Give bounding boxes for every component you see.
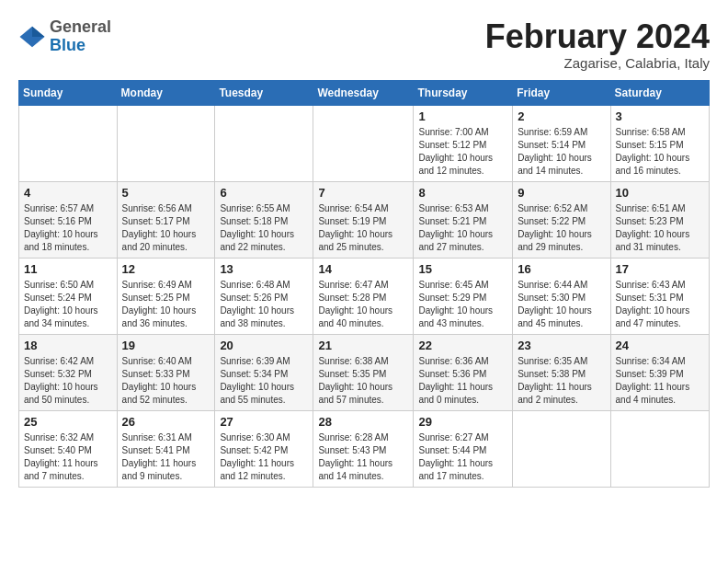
- day-number: 18: [24, 339, 112, 352]
- day-info: Sunrise: 6:48 AM Sunset: 5:26 PM Dayligh…: [220, 279, 308, 330]
- week-row-2: 4Sunrise: 6:57 AM Sunset: 5:16 PM Daylig…: [19, 181, 710, 258]
- calendar-cell: 16Sunrise: 6:44 AM Sunset: 5:30 PM Dayli…: [513, 258, 610, 334]
- calendar-cell: 25Sunrise: 6:32 AM Sunset: 5:40 PM Dayli…: [19, 410, 118, 487]
- calendar-header: Sunday Monday Tuesday Wednesday Thursday…: [19, 80, 710, 105]
- calendar-cell: 7Sunrise: 6:54 AM Sunset: 5:19 PM Daylig…: [313, 181, 414, 258]
- calendar-cell: 20Sunrise: 6:39 AM Sunset: 5:34 PM Dayli…: [215, 334, 313, 410]
- calendar-cell: 12Sunrise: 6:49 AM Sunset: 5:25 PM Dayli…: [117, 258, 215, 334]
- day-number: 28: [318, 415, 408, 429]
- day-info: Sunrise: 6:58 AM Sunset: 5:15 PM Dayligh…: [616, 126, 704, 178]
- day-info: Sunrise: 6:50 AM Sunset: 5:24 PM Dayligh…: [24, 279, 112, 330]
- calendar-cell: 19Sunrise: 6:40 AM Sunset: 5:33 PM Dayli…: [117, 334, 215, 410]
- calendar-cell: 2Sunrise: 6:59 AM Sunset: 5:14 PM Daylig…: [513, 105, 610, 181]
- calendar-cell: [610, 410, 709, 487]
- day-number: 27: [220, 415, 308, 429]
- week-row-5: 25Sunrise: 6:32 AM Sunset: 5:40 PM Dayli…: [19, 410, 710, 487]
- day-info: Sunrise: 6:55 AM Sunset: 5:18 PM Dayligh…: [220, 202, 308, 254]
- day-info: Sunrise: 6:31 AM Sunset: 5:41 PM Dayligh…: [122, 431, 210, 483]
- page-header: General Blue February 2024 Zagarise, Cal…: [18, 18, 710, 71]
- day-info: Sunrise: 6:28 AM Sunset: 5:43 PM Dayligh…: [318, 431, 408, 483]
- day-number: 20: [220, 339, 308, 352]
- calendar-cell: [215, 105, 313, 181]
- calendar-cell: 14Sunrise: 6:47 AM Sunset: 5:28 PM Dayli…: [313, 258, 414, 334]
- logo-icon: [18, 23, 46, 51]
- day-info: Sunrise: 6:57 AM Sunset: 5:16 PM Dayligh…: [24, 202, 112, 254]
- day-info: Sunrise: 6:30 AM Sunset: 5:42 PM Dayligh…: [220, 431, 308, 483]
- day-number: 16: [518, 262, 605, 276]
- calendar-cell: 11Sunrise: 6:50 AM Sunset: 5:24 PM Dayli…: [19, 258, 118, 334]
- header-row: Sunday Monday Tuesday Wednesday Thursday…: [19, 80, 710, 105]
- day-info: Sunrise: 6:38 AM Sunset: 5:35 PM Dayligh…: [318, 355, 408, 407]
- week-row-1: 1Sunrise: 7:00 AM Sunset: 5:12 PM Daylig…: [19, 105, 710, 181]
- location: Zagarise, Calabria, Italy: [485, 55, 710, 71]
- day-number: 15: [418, 262, 507, 276]
- col-sunday: Sunday: [19, 80, 118, 105]
- day-info: Sunrise: 6:32 AM Sunset: 5:40 PM Dayligh…: [24, 431, 112, 483]
- calendar-cell: 18Sunrise: 6:42 AM Sunset: 5:32 PM Dayli…: [19, 334, 118, 410]
- col-monday: Monday: [117, 80, 215, 105]
- day-number: 13: [220, 262, 308, 276]
- logo: General Blue: [18, 18, 111, 55]
- col-friday: Friday: [513, 80, 610, 105]
- day-number: 21: [318, 339, 408, 352]
- calendar-cell: 5Sunrise: 6:56 AM Sunset: 5:17 PM Daylig…: [117, 181, 215, 258]
- day-info: Sunrise: 6:42 AM Sunset: 5:32 PM Dayligh…: [24, 355, 112, 407]
- day-info: Sunrise: 6:40 AM Sunset: 5:33 PM Dayligh…: [122, 355, 210, 407]
- week-row-4: 18Sunrise: 6:42 AM Sunset: 5:32 PM Dayli…: [19, 334, 710, 410]
- day-info: Sunrise: 6:39 AM Sunset: 5:34 PM Dayligh…: [220, 355, 308, 407]
- day-info: Sunrise: 6:52 AM Sunset: 5:22 PM Dayligh…: [518, 202, 605, 254]
- col-tuesday: Tuesday: [215, 80, 313, 105]
- logo-blue: Blue: [50, 36, 85, 54]
- day-number: 10: [616, 186, 704, 200]
- week-row-3: 11Sunrise: 6:50 AM Sunset: 5:24 PM Dayli…: [19, 258, 710, 334]
- day-info: Sunrise: 6:35 AM Sunset: 5:38 PM Dayligh…: [518, 355, 605, 407]
- day-number: 23: [518, 339, 605, 352]
- day-number: 12: [122, 262, 210, 276]
- day-number: 4: [24, 186, 112, 200]
- day-number: 24: [616, 339, 704, 352]
- calendar-cell: 28Sunrise: 6:28 AM Sunset: 5:43 PM Dayli…: [313, 410, 414, 487]
- month-year: February 2024: [485, 18, 710, 55]
- day-info: Sunrise: 6:45 AM Sunset: 5:29 PM Dayligh…: [418, 279, 507, 330]
- day-info: Sunrise: 6:36 AM Sunset: 5:36 PM Dayligh…: [418, 355, 507, 407]
- day-number: 29: [418, 415, 507, 429]
- day-info: Sunrise: 6:54 AM Sunset: 5:19 PM Dayligh…: [318, 202, 408, 254]
- calendar-cell: 13Sunrise: 6:48 AM Sunset: 5:26 PM Dayli…: [215, 258, 313, 334]
- day-info: Sunrise: 6:49 AM Sunset: 5:25 PM Dayligh…: [122, 279, 210, 330]
- calendar-cell: 29Sunrise: 6:27 AM Sunset: 5:44 PM Dayli…: [414, 410, 513, 487]
- day-info: Sunrise: 6:44 AM Sunset: 5:30 PM Dayligh…: [518, 279, 605, 330]
- calendar-cell: 26Sunrise: 6:31 AM Sunset: 5:41 PM Dayli…: [117, 410, 215, 487]
- col-wednesday: Wednesday: [313, 80, 414, 105]
- day-number: 8: [418, 186, 507, 200]
- day-number: 17: [616, 262, 704, 276]
- calendar-cell: 24Sunrise: 6:34 AM Sunset: 5:39 PM Dayli…: [610, 334, 709, 410]
- calendar-cell: 15Sunrise: 6:45 AM Sunset: 5:29 PM Dayli…: [414, 258, 513, 334]
- title-area: February 2024 Zagarise, Calabria, Italy: [485, 18, 710, 71]
- calendar-cell: 3Sunrise: 6:58 AM Sunset: 5:15 PM Daylig…: [610, 105, 709, 181]
- day-number: 11: [24, 262, 112, 276]
- calendar-cell: [313, 105, 414, 181]
- calendar-cell: 9Sunrise: 6:52 AM Sunset: 5:22 PM Daylig…: [513, 181, 610, 258]
- calendar-cell: 1Sunrise: 7:00 AM Sunset: 5:12 PM Daylig…: [414, 105, 513, 181]
- day-number: 19: [122, 339, 210, 352]
- day-number: 5: [122, 186, 210, 200]
- calendar-body: 1Sunrise: 7:00 AM Sunset: 5:12 PM Daylig…: [19, 105, 710, 487]
- calendar-cell: 17Sunrise: 6:43 AM Sunset: 5:31 PM Dayli…: [610, 258, 709, 334]
- col-thursday: Thursday: [414, 80, 513, 105]
- svg-marker-1: [32, 27, 45, 37]
- calendar-cell: 4Sunrise: 6:57 AM Sunset: 5:16 PM Daylig…: [19, 181, 118, 258]
- day-info: Sunrise: 7:00 AM Sunset: 5:12 PM Dayligh…: [418, 126, 507, 178]
- day-number: 6: [220, 186, 308, 200]
- day-number: 7: [318, 186, 408, 200]
- calendar-cell: 6Sunrise: 6:55 AM Sunset: 5:18 PM Daylig…: [215, 181, 313, 258]
- day-info: Sunrise: 6:47 AM Sunset: 5:28 PM Dayligh…: [318, 279, 408, 330]
- day-number: 26: [122, 415, 210, 429]
- calendar-table: Sunday Monday Tuesday Wednesday Thursday…: [18, 80, 710, 488]
- day-info: Sunrise: 6:43 AM Sunset: 5:31 PM Dayligh…: [616, 279, 704, 330]
- calendar-cell: 23Sunrise: 6:35 AM Sunset: 5:38 PM Dayli…: [513, 334, 610, 410]
- day-info: Sunrise: 6:53 AM Sunset: 5:21 PM Dayligh…: [418, 202, 507, 254]
- calendar-cell: 10Sunrise: 6:51 AM Sunset: 5:23 PM Dayli…: [610, 181, 709, 258]
- logo-general: General: [50, 17, 111, 36]
- day-number: 9: [518, 186, 605, 200]
- day-number: 25: [24, 415, 112, 429]
